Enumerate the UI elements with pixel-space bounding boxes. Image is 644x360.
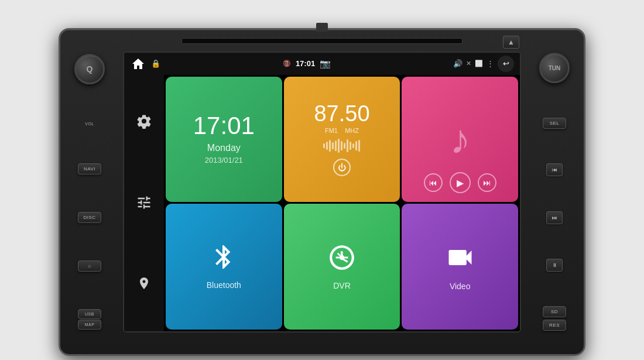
lock-icon: 🔒 — [151, 59, 160, 68]
home-button[interactable]: ⌂ — [78, 260, 101, 272]
sd-res-group: SD RES — [543, 306, 566, 331]
bluetooth-svg — [210, 243, 238, 271]
radio-band: FM1 MHZ — [325, 127, 359, 134]
location-icon — [137, 276, 151, 293]
equalizer-icon-btn[interactable] — [131, 190, 157, 215]
sel-button[interactable]: SEL — [543, 118, 566, 129]
clock-time: 17:01 — [193, 114, 255, 138]
radio-tile[interactable]: 87.50 FM1 MHZ — [284, 77, 400, 203]
clock-day: Monday — [207, 143, 241, 153]
vol-label: VOL — [85, 122, 94, 126]
right-knob-group: TUN — [539, 53, 570, 83]
dvr-label: DVR — [333, 281, 351, 290]
tun-knob[interactable]: TUN — [539, 53, 570, 83]
topbar-right: 🔊 ✕ ⬜ ⋮ ↩ — [453, 56, 514, 72]
car-head-unit: ▲ Q VOL NAVI DISC ⌂ USB MAP — [59, 28, 585, 356]
connector-pin — [316, 23, 328, 32]
pause-button[interactable]: ⏸ — [546, 259, 563, 272]
signal-icon: 📵 — [283, 60, 291, 67]
svg-point-0 — [340, 255, 344, 260]
back-icon: ↩ — [503, 59, 509, 68]
dots-icon: ⋮ — [487, 59, 494, 68]
navi-button[interactable]: NAVI — [78, 163, 101, 174]
settings-icon — [136, 113, 152, 129]
radio-frequency: 87.50 — [314, 102, 369, 125]
dvr-icon — [327, 243, 357, 278]
equalizer-icon — [136, 194, 152, 211]
home-icon — [132, 59, 144, 69]
q-knob[interactable]: Q — [74, 54, 105, 84]
back-button[interactable]: ↩ — [498, 56, 514, 72]
tun-label: TUN — [549, 65, 561, 71]
window-icon: ⬜ — [475, 60, 483, 67]
screen-main: 17:01 Monday 2013/01/21 87.50 FM1 MHZ — [124, 75, 520, 331]
clock-tile[interactable]: 17:01 Monday 2013/01/21 — [166, 77, 282, 203]
skip-row: ⏭ — [546, 211, 563, 224]
disc-button[interactable]: DISC — [78, 212, 101, 223]
next-track-button[interactable]: ⏭ — [478, 173, 496, 192]
topbar-left: 🔒 — [130, 56, 160, 72]
speedometer-svg — [327, 243, 357, 272]
camera-top-icon: 📷 — [320, 59, 331, 69]
bluetooth-label: Bluetooth — [207, 280, 241, 290]
bluetooth-tile[interactable]: Bluetooth — [166, 204, 282, 330]
play-pause-button[interactable]: ▶ — [450, 172, 471, 193]
settings-icon-btn[interactable] — [131, 108, 157, 134]
eject-button[interactable]: ▲ — [503, 36, 519, 49]
prev-track-button[interactable]: ⏮ — [424, 173, 443, 192]
cd-slot — [181, 38, 463, 44]
usb-button[interactable]: USB — [78, 309, 101, 319]
screen-sidebar — [124, 75, 164, 331]
music-tile[interactable]: ♪ ⏮ ▶ ⏭ — [402, 77, 518, 203]
radio-waveform — [323, 139, 360, 153]
bluetooth-icon — [210, 243, 238, 277]
volume-icon: 🔊 — [453, 59, 463, 68]
next-button[interactable]: ⏭ — [546, 211, 563, 224]
pause-row: ⏸ — [546, 259, 563, 272]
topbar-center: 📵 17:01 📷 — [283, 59, 331, 69]
status-time: 17:01 — [296, 59, 315, 68]
app-grid: 17:01 Monday 2013/01/21 87.50 FM1 MHZ — [164, 75, 520, 331]
video-camera-icon — [445, 242, 475, 279]
home-icon-btn[interactable] — [130, 56, 146, 72]
left-panel: Q VOL NAVI DISC ⌂ USB MAP — [60, 30, 119, 354]
sd-button[interactable]: SD — [543, 306, 566, 317]
res-button[interactable]: RES — [543, 320, 566, 331]
q-label: Q — [87, 64, 93, 74]
location-icon-btn[interactable] — [131, 272, 157, 297]
main-screen: 🔒 📵 17:01 📷 🔊 ✕ ⬜ ⋮ ↩ — [123, 52, 521, 332]
left-knob-group: Q — [74, 54, 105, 84]
video-label: Video — [450, 282, 471, 291]
radio-power-button[interactable]: ⏻ — [333, 159, 351, 176]
prev-next-row: ⏮ — [546, 163, 563, 176]
map-button[interactable]: MAP — [78, 320, 101, 330]
video-svg — [445, 242, 475, 273]
clock-date: 2013/01/21 — [205, 156, 243, 164]
music-controls: ⏮ ▶ ⏭ — [424, 172, 496, 193]
close-icon: ✕ — [466, 60, 471, 67]
status-bar: 🔒 📵 17:01 📷 🔊 ✕ ⬜ ⋮ ↩ — [124, 53, 520, 75]
prev-button[interactable]: ⏮ — [546, 163, 563, 176]
right-panel: TUN SEL ⏮ ⏭ ⏸ SD RES — [525, 30, 584, 354]
dvr-tile[interactable]: DVR — [284, 204, 400, 330]
video-tile[interactable]: Video — [402, 204, 518, 330]
music-note-icon: ♪ — [450, 116, 470, 163]
